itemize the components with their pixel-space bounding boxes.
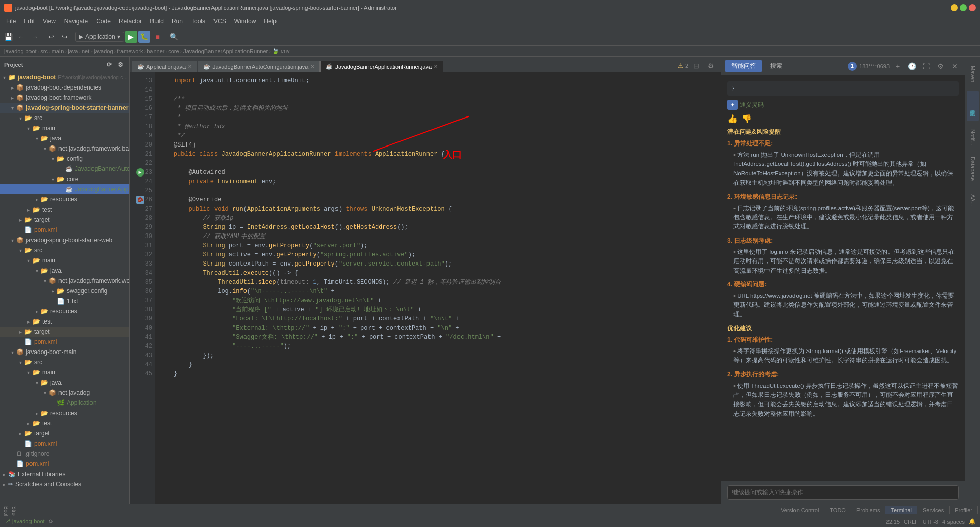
menu-build[interactable]: Build bbox=[146, 17, 168, 26]
bottom-tab-services[interactable]: Services bbox=[917, 506, 950, 514]
breadcrumb-item-2[interactable]: src bbox=[40, 48, 48, 54]
bottom-tab-structure[interactable]: Structure bbox=[10, 504, 18, 516]
tree-item-main-test[interactable]: ▸ 📂 test bbox=[0, 418, 129, 428]
tree-item-web-module[interactable]: ▾ 📦 javadog-spring-boot-starter-web bbox=[0, 235, 129, 245]
far-right-assistant[interactable]: AA... bbox=[967, 185, 979, 216]
toolbar-save[interactable]: 💾 bbox=[2, 31, 14, 43]
tree-item-dependencies[interactable]: ▸ 📦 javadog-boot-dependencies bbox=[0, 82, 129, 93]
toolbar-undo[interactable]: ↩ bbox=[45, 31, 57, 43]
tree-item-config[interactable]: ▾ 📂 config bbox=[0, 154, 129, 164]
tree-item-web-test[interactable]: ▸ 📂 test bbox=[0, 316, 129, 327]
toolbar-stop[interactable]: ■ bbox=[151, 31, 164, 43]
menu-refactor[interactable]: Refactor bbox=[115, 17, 146, 26]
tree-item-main-target[interactable]: ▸ 📂 target bbox=[0, 428, 129, 438]
tree-item-main-module[interactable]: ▾ 📦 javadog-boot-main bbox=[0, 347, 129, 357]
tree-item-main-pom[interactable]: ▸ 📄 pom.xml bbox=[0, 438, 129, 449]
code-editor[interactable]: 13 14 15 16 17 18 19 20 21 22 ▶ 23 24 25 bbox=[130, 72, 721, 504]
panel-close-btn[interactable]: ✕ bbox=[948, 60, 961, 72]
tree-item-test-banner[interactable]: ▸ 📂 test bbox=[0, 204, 129, 215]
tree-item-runner[interactable]: ▸ ☕ JavadogBannerAppl... bbox=[0, 184, 129, 194]
far-right-notifications[interactable]: Notif... bbox=[967, 122, 979, 153]
maximize-button[interactable] bbox=[960, 4, 967, 11]
tree-item-swagger[interactable]: ▸ 📂 swagger.config bbox=[0, 286, 129, 296]
menu-tools[interactable]: Tools bbox=[187, 17, 209, 26]
status-position[interactable]: 22:15 bbox=[886, 519, 900, 525]
tab-runner[interactable]: ☕ JavadogBannerApplicationRunner.java ✕ bbox=[320, 61, 443, 72]
menu-vcs[interactable]: VCS bbox=[209, 17, 230, 26]
tree-item-src[interactable]: ▾ 📂 src bbox=[0, 113, 129, 123]
status-spaces[interactable]: 4 spaces bbox=[942, 519, 965, 525]
tree-item-web-target[interactable]: ▸ 📂 target bbox=[0, 327, 129, 337]
split-editor-btn[interactable]: ⊟ bbox=[690, 60, 702, 72]
tab-application[interactable]: ☕ Application.java ✕ bbox=[132, 61, 197, 72]
tree-item-web-pom[interactable]: ▸ 📄 pom.xml bbox=[0, 337, 129, 347]
tree-item-external-libraries[interactable]: ▸ 📚 External Libraries bbox=[0, 469, 129, 479]
tree-item-main-main[interactable]: ▾ 📂 main bbox=[0, 367, 129, 377]
minimize-button[interactable] bbox=[951, 4, 958, 11]
close-button[interactable] bbox=[969, 4, 976, 11]
ai-input-field[interactable] bbox=[727, 485, 959, 500]
toolbar-redo[interactable]: ↪ bbox=[58, 31, 71, 43]
run-button[interactable]: ▶ bbox=[125, 31, 137, 43]
tree-item-java[interactable]: ▾ 📂 java bbox=[0, 133, 129, 143]
panel-history-btn[interactable]: 🕐 bbox=[906, 60, 918, 72]
run-config-selector[interactable]: ▶ Application ▾ bbox=[75, 32, 124, 42]
status-crlf[interactable]: CRLF bbox=[904, 519, 918, 525]
tree-item-scratches[interactable]: ▸ ✏ Scratches and Consoles bbox=[0, 479, 129, 489]
breadcrumb-item-6[interactable]: javadog bbox=[94, 48, 113, 54]
tree-item-framework[interactable]: ▸ 📦 javadog-boot-framework bbox=[0, 93, 129, 103]
panel-tab-search[interactable]: 搜索 bbox=[764, 60, 788, 72]
tree-item-web-main[interactable]: ▾ 📂 main bbox=[0, 255, 129, 266]
sidebar-sync-btn[interactable]: ⟳ bbox=[105, 60, 114, 69]
far-right-database[interactable]: Database bbox=[967, 154, 979, 184]
bottom-tab-profiler[interactable]: Profiler bbox=[950, 506, 978, 514]
tree-item-core[interactable]: ▾ 📂 core bbox=[0, 174, 129, 184]
panel-tab-qa[interactable]: 智能问答 bbox=[725, 60, 762, 72]
breadcrumb-item-4[interactable]: java bbox=[68, 48, 78, 54]
tree-item-main-src[interactable]: ▾ 📂 src bbox=[0, 357, 129, 367]
breadcrumb-item-8[interactable]: banner bbox=[147, 48, 164, 54]
far-right-maven[interactable]: Maven bbox=[967, 59, 979, 90]
tree-item-target-banner[interactable]: ▸ 📂 target bbox=[0, 215, 129, 225]
code-content[interactable]: import java.util.concurrent.TimeUnit; /*… bbox=[155, 72, 721, 504]
tree-item-gitignore[interactable]: ▸ 🗒 .gitignore bbox=[0, 449, 129, 459]
tab-close-autoconfig[interactable]: ✕ bbox=[310, 64, 314, 69]
status-encoding[interactable]: UTF-8 bbox=[923, 519, 938, 525]
toolbar-back[interactable]: ← bbox=[15, 31, 27, 43]
dislike-button[interactable]: 👎 bbox=[742, 114, 752, 124]
menu-code[interactable]: Code bbox=[92, 17, 115, 26]
bottom-tab-terminal[interactable]: Terminal bbox=[885, 506, 917, 514]
bottom-tab-bookmarks[interactable]: Bookmarks bbox=[2, 504, 10, 516]
tree-item-main-resources[interactable]: ▸ 📂 resources bbox=[0, 408, 129, 418]
tab-close-application[interactable]: ✕ bbox=[188, 64, 192, 69]
tree-item-resources[interactable]: ▸ 📂 resources bbox=[0, 194, 129, 204]
menu-help[interactable]: Help bbox=[260, 17, 281, 26]
tab-autoconfiguration[interactable]: ☕ JavadogBannerAutoConfiguration.java ✕ bbox=[198, 61, 320, 72]
toolbar-search[interactable]: 🔍 bbox=[168, 31, 180, 43]
breadcrumb-item-9[interactable]: core bbox=[168, 48, 179, 54]
breadcrumb-item-1[interactable]: javadog-boot bbox=[4, 48, 37, 54]
tree-item-1txt[interactable]: ▸ 📄 1.txt bbox=[0, 296, 129, 306]
breadcrumb-item-10[interactable]: JavadogBannerApplicationRunner bbox=[183, 48, 268, 54]
tree-item-web-java[interactable]: ▾ 📂 java bbox=[0, 266, 129, 276]
tree-item-main-pkg[interactable]: ▾ 📦 net.javadog bbox=[0, 388, 129, 398]
panel-expand-btn[interactable]: ⛶ bbox=[920, 60, 932, 72]
tree-item-javadog-boot[interactable]: ▾ 📁 javadog-boot E:\workgit\javadog\java… bbox=[0, 72, 129, 82]
bottom-tab-problems[interactable]: Problems bbox=[851, 506, 885, 514]
panel-add-btn[interactable]: + bbox=[892, 60, 904, 72]
tree-item-web-resources[interactable]: ▸ 📂 resources bbox=[0, 306, 129, 316]
breadcrumb-item-7[interactable]: framework bbox=[117, 48, 143, 54]
debug-button[interactable]: 🐛 bbox=[138, 31, 150, 43]
tree-item-main-java[interactable]: ▾ 📂 java bbox=[0, 377, 129, 388]
menu-view[interactable]: View bbox=[39, 17, 60, 26]
bottom-tab-version-control[interactable]: Version Control bbox=[776, 506, 824, 514]
breadcrumb-item-5[interactable]: net bbox=[82, 48, 89, 54]
tree-item-autoconfiguration[interactable]: ▸ ☕ JavadogBannerAutoC... bbox=[0, 164, 129, 174]
status-branch[interactable]: ⎇ javadog-boot bbox=[4, 518, 45, 525]
bottom-tab-todo[interactable]: TODO bbox=[824, 506, 851, 514]
tree-item-web-pkg[interactable]: ▾ 📦 net.javadog.framework.we... bbox=[0, 276, 129, 286]
tree-item-application[interactable]: ▸ 🌿 Application bbox=[0, 398, 129, 408]
far-right-ai[interactable]: 定义灵码 bbox=[967, 91, 979, 121]
tree-item-web-src[interactable]: ▾ 📂 src bbox=[0, 245, 129, 255]
tree-item-main[interactable]: ▾ 📂 main bbox=[0, 123, 129, 133]
